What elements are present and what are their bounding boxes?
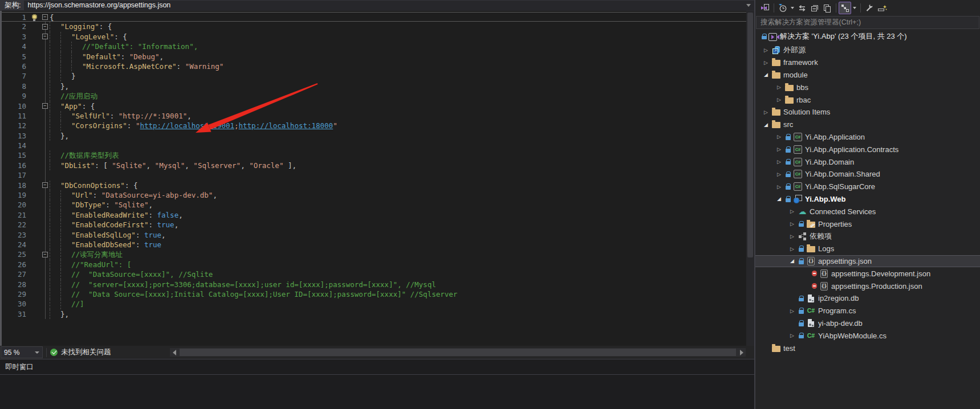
horizontal-scrollbar[interactable] [170,348,746,357]
tree-item-connected-services[interactable]: ▷☁Connected Services [755,205,980,218]
scroll-right-button[interactable] [737,350,746,355]
tree-item-yiabpwebmodule-cs[interactable]: ▷C#YiAbpWebModule.cs [755,329,980,342]
code-line-1[interactable]: 1−{ [2,12,746,22]
properties-wrench-button[interactable] [863,2,876,14]
code-editor[interactable]: 1−{2−"Logging": {3−"LogLevel": {4//"Defa… [0,11,754,346]
expand-arrow-icon[interactable]: ▷ [787,333,797,338]
tree-item-solution-items[interactable]: ▷Solution Items [755,106,980,118]
tree-item-framework[interactable]: ▷framework [755,56,980,69]
code-line-11[interactable]: 11"SelfUrl": "http://*:19001", [2,111,746,121]
code-line-26[interactable]: 26//"ReadUrl": [ [2,260,746,269]
lightbulb-icon[interactable] [32,14,37,19]
code-line-24[interactable]: 24"EnabledDbSeed": true [2,240,746,250]
code-line-29[interactable]: 29// "Data Source=[xxxx];Initial Catalog… [2,289,746,299]
code-line-10[interactable]: 10−"App": { [2,101,746,111]
sync-with-active-document-button[interactable] [796,2,808,14]
code-line-4[interactable]: 4//"Default": "Information", [2,42,746,51]
tree-item-yi-abp-sqlsugarcore[interactable]: ▷C#Yi.Abp.SqlSugarCore [755,181,980,193]
tree-item-appsettings-production-json[interactable]: appsettings.Production.json [755,280,980,292]
chevron-down-icon[interactable] [746,4,751,7]
code-link[interactable]: http://localhost:19001 [140,121,234,130]
code-line-12[interactable]: 12"CorsOrigins": "http://localhost:19001… [2,121,746,130]
tree-item-yi-abp-domain[interactable]: ▷C#Yi.Abp.Domain [755,156,980,168]
tree-item-src[interactable]: ◢src [755,118,980,131]
code-line-6[interactable]: 6"Microsoft.AspNetCore": "Warning" [2,62,746,71]
vertical-scrollbar[interactable] [746,11,754,346]
expand-arrow-icon[interactable]: ▷ [787,234,797,239]
collapse-arrow-icon[interactable]: ◢ [761,72,771,77]
chevron-down-icon[interactable] [35,351,39,354]
vertical-scrollbar-thumb[interactable] [747,13,753,257]
code-line-19[interactable]: 19"Url": "DataSource=yi-abp-dev.db", [2,190,746,200]
code-line-18[interactable]: 18−"DbConnOptions": { [2,181,746,190]
code-line-2[interactable]: 2−"Logging": { [2,22,746,31]
code-line-23[interactable]: 23"EnabledSqlLog": true, [2,230,746,240]
expand-arrow-icon[interactable]: ▷ [761,60,771,66]
show-all-files-button[interactable] [821,2,833,14]
search-input[interactable]: 搜索解决方案资源管理器(Ctrl+;) [756,16,979,29]
code-line-27[interactable]: 27// "DataSource=[xxxx]", //Sqlite [2,269,746,279]
zoom-level-combo[interactable]: 95 % [1,346,43,358]
solution-root-row[interactable]: 解决方案 'Yi.Abp' (23 个项目, 共 23 个) [755,30,980,43]
code-line-14[interactable]: 14 [2,141,746,150]
code-line-7[interactable]: 7} [2,71,746,81]
schema-url-combo[interactable]: https://json.schemastore.org/appsettings… [24,1,754,10]
expand-arrow-icon[interactable]: ▷ [774,159,784,165]
chevron-down-icon[interactable] [853,7,856,9]
tree-item-yi-abp-application[interactable]: ▷C#Yi.Abp.Application [755,131,980,144]
tree-item--[interactable]: ▷依赖项 [755,230,980,243]
code-line-17[interactable]: 17 [2,170,746,180]
pending-changes-filter-button[interactable] [776,2,789,14]
tree-item-ip2region-db[interactable]: ip2region.db [755,292,980,305]
chevron-down-icon[interactable] [791,7,794,9]
tree-item-yi-abp-domain-shared[interactable]: ▷C#Yi.Abp.Domain.Shared [755,168,980,181]
code-line-25[interactable]: 25−//读写分离地址 [2,250,746,259]
tree-item-properties[interactable]: ▷Properties [755,218,980,230]
preview-selected-items-button[interactable] [876,2,888,14]
tree-item-appsettings-json[interactable]: ◢appsettings.json [755,255,980,268]
expand-arrow-icon[interactable]: ▷ [761,109,771,115]
fold-collapse-icon[interactable]: − [42,252,48,257]
code-line-31[interactable]: 31}, [2,309,746,319]
code-line-20[interactable]: 20"DbType": "Sqlite", [2,200,746,210]
tree-item-yi-abp-web[interactable]: ◢Yi.Abp.Web [755,193,980,206]
fold-collapse-icon[interactable]: − [42,14,48,20]
code-line-15[interactable]: 15//数据库类型列表 [2,150,746,160]
code-line-13[interactable]: 13}, [2,131,746,141]
tree-item-rbac[interactable]: ▷rbac [755,93,980,106]
code-line-8[interactable]: 8}, [2,81,746,91]
code-line-9[interactable]: 9//应用启动 [2,91,746,101]
expand-arrow-icon[interactable]: ▷ [787,246,797,252]
horizontal-scrollbar-thumb[interactable] [180,349,736,356]
expand-arrow-icon[interactable]: ▷ [774,84,784,90]
tree-item-module[interactable]: ◢module [755,69,980,81]
expand-arrow-icon[interactable]: ▷ [774,134,784,140]
expand-arrow-icon[interactable]: ▷ [774,97,784,103]
expand-arrow-icon[interactable]: ▷ [774,171,784,177]
code-line-30[interactable]: 30//] [2,299,746,309]
code-link[interactable]: http://localhost:18000 [239,121,334,130]
code-line-22[interactable]: 22"EnabledCodeFirst": true, [2,220,746,230]
code-line-21[interactable]: 21"EnabledReadWrite": false, [2,210,746,220]
collapse-arrow-icon[interactable]: ◢ [761,122,771,128]
collapse-all-button[interactable] [808,2,821,14]
tree-item-appsettings-development-json[interactable]: appsettings.Development.json [755,267,980,280]
scroll-left-button[interactable] [170,350,178,355]
expand-arrow-icon[interactable]: ▷ [774,146,784,152]
fold-collapse-icon[interactable]: − [42,24,48,30]
tree-item-yi-abp-dev-db[interactable]: yi-abp-dev.db [755,317,980,330]
tree-item--[interactable]: ▷外部源 [755,44,980,56]
collapse-arrow-icon[interactable]: ◢ [774,196,784,202]
expand-arrow-icon[interactable]: ▷ [787,221,797,227]
fold-collapse-icon[interactable]: − [42,182,48,188]
expand-arrow-icon[interactable]: ▷ [787,208,797,214]
switch-views-button[interactable] [759,2,771,14]
collapse-arrow-icon[interactable]: ◢ [787,258,797,264]
tree-item-yi-abp-application-contracts[interactable]: ▷C#Yi.Abp.Application.Contracts [755,143,980,156]
expand-arrow-icon[interactable]: ▷ [787,308,797,314]
code-line-28[interactable]: 28// "server=[xxxx];port=3306;database=[… [2,280,746,289]
code-line-5[interactable]: 5"Default": "Debug", [2,52,746,62]
expand-arrow-icon[interactable]: ▷ [761,47,771,53]
tree-item-logs[interactable]: ▷Logs [755,243,980,255]
code-line-3[interactable]: 3−"LogLevel": { [2,32,746,42]
